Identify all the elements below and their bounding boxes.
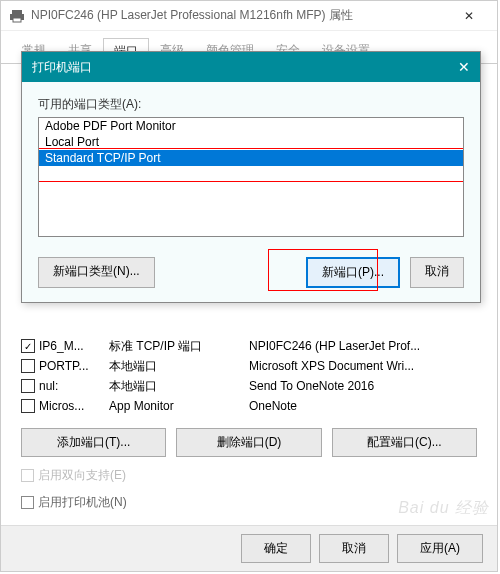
dialog-title: 打印机端口 [32, 59, 458, 76]
port-desc: 本地端口 [109, 358, 249, 375]
apply-button[interactable]: 应用(A) [397, 534, 483, 563]
dialog-titlebar: 打印机端口 ✕ [22, 52, 480, 82]
option-label: 启用双向支持(E) [38, 467, 126, 484]
window-title: NPI0FC246 (HP LaserJet Professional M121… [31, 7, 449, 24]
port-printer: Send To OneNote 2016 [249, 379, 477, 393]
watermark: Bai du 经验 [398, 498, 489, 519]
cancel-button[interactable]: 取消 [410, 257, 464, 288]
port-desc: 标准 TCP/IP 端口 [109, 338, 249, 355]
option-label: 启用打印机池(N) [38, 494, 127, 511]
port-desc: 本地端口 [109, 378, 249, 395]
checkbox-icon[interactable] [21, 399, 35, 413]
port-row[interactable]: Micros... App Monitor OneNote [21, 396, 477, 416]
port-row[interactable]: PORTP... 本地端口 Microsoft XPS Document Wri… [21, 356, 477, 376]
port-name: PORTP... [39, 359, 109, 373]
printer-port-dialog: 打印机端口 ✕ 可用的端口类型(A): Adobe PDF Port Monit… [21, 51, 481, 303]
checkbox-icon[interactable] [21, 359, 35, 373]
port-action-buttons: 添加端口(T)... 删除端口(D) 配置端口(C)... [21, 428, 477, 457]
dialog-footer: 确定 取消 应用(A) [1, 525, 497, 571]
port-name: Micros... [39, 399, 109, 413]
checkbox-icon[interactable] [21, 496, 34, 509]
configure-port-button[interactable]: 配置端口(C)... [332, 428, 477, 457]
list-item-selected[interactable]: Standard TCP/IP Port [39, 150, 463, 166]
port-type-listbox[interactable]: Adobe PDF Port Monitor Local Port Standa… [38, 117, 464, 237]
properties-window: NPI0FC246 (HP LaserJet Professional M121… [0, 0, 498, 572]
checkbox-icon [21, 469, 34, 482]
list-item[interactable]: Adobe PDF Port Monitor [39, 118, 463, 134]
printer-icon [9, 8, 25, 24]
titlebar: NPI0FC246 (HP LaserJet Professional M121… [1, 1, 497, 31]
window-close-button[interactable]: ✕ [449, 9, 489, 23]
checkbox-icon[interactable]: ✓ [21, 339, 35, 353]
option-bidirectional: 启用双向支持(E) [21, 467, 477, 484]
port-name: IP6_M... [39, 339, 109, 353]
list-item[interactable]: Local Port [39, 134, 463, 150]
new-port-button[interactable]: 新端口(P)... [306, 257, 400, 288]
cancel-button[interactable]: 取消 [319, 534, 389, 563]
svg-rect-2 [13, 18, 21, 22]
port-table: ✓ IP6_M... 标准 TCP/IP 端口 NPI0FC246 (HP La… [21, 336, 477, 416]
ok-button[interactable]: 确定 [241, 534, 311, 563]
port-printer: Microsoft XPS Document Wri... [249, 359, 477, 373]
dialog-button-row: 新端口类型(N)... 新端口(P)... 取消 [38, 257, 464, 288]
port-row[interactable]: nul: 本地端口 Send To OneNote 2016 [21, 376, 477, 396]
listbox-label: 可用的端口类型(A): [38, 96, 464, 113]
dialog-close-button[interactable]: ✕ [458, 59, 470, 75]
dialog-body: 可用的端口类型(A): Adobe PDF Port Monitor Local… [22, 82, 480, 302]
port-desc: App Monitor [109, 399, 249, 413]
new-port-type-button[interactable]: 新端口类型(N)... [38, 257, 155, 288]
delete-port-button[interactable]: 删除端口(D) [176, 428, 321, 457]
checkbox-icon[interactable] [21, 379, 35, 393]
port-row[interactable]: ✓ IP6_M... 标准 TCP/IP 端口 NPI0FC246 (HP La… [21, 336, 477, 356]
svg-rect-0 [12, 10, 22, 14]
port-printer: NPI0FC246 (HP LaserJet Prof... [249, 339, 477, 353]
port-printer: OneNote [249, 399, 477, 413]
add-port-button[interactable]: 添加端口(T)... [21, 428, 166, 457]
port-name: nul: [39, 379, 109, 393]
